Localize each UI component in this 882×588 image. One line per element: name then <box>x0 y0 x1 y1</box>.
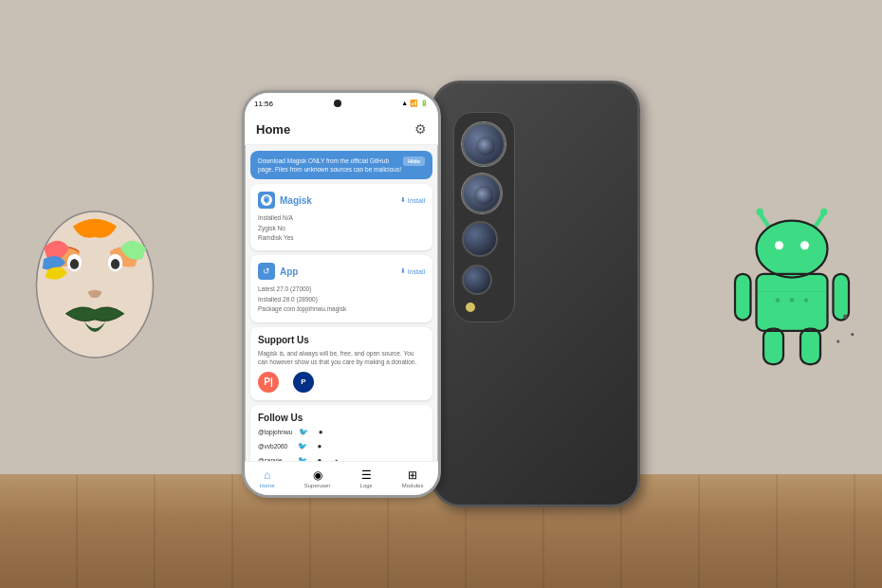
camera-lens-secondary <box>462 174 502 213</box>
home-nav-label: Home <box>260 483 275 488</box>
camera-lens-quaternary <box>462 265 492 295</box>
zygisk-value: No <box>278 225 285 231</box>
flash-indicator <box>466 303 475 312</box>
scene: 11:56 ▲ 📶 🔋 Home ⚙ Download Magisk ONLY … <box>0 0 882 588</box>
status-bar: 11:56 ▲ 📶 🔋 <box>245 93 438 114</box>
app-latest-label: Latest <box>258 285 275 292</box>
app-card-title: App <box>280 266 298 277</box>
camera-module <box>453 112 515 322</box>
app-card-info: Latest 27.0 (27000) Installed 28.0 (2890… <box>258 285 425 314</box>
paypal-icon[interactable]: P <box>293 372 314 393</box>
github-icon-topjohnwu[interactable]: ● <box>315 427 326 438</box>
warning-banner: Download Magisk ONLY from the official G… <box>250 151 432 179</box>
magisk-title-row: Magisk <box>258 192 312 209</box>
app-installed-label: Installed <box>258 296 281 303</box>
handle-vvb2060: @vvb2060 <box>258 443 291 450</box>
gear-icon[interactable]: ⚙ <box>414 121 427 137</box>
punch-hole-camera <box>334 100 341 107</box>
home-nav-icon: ⌂ <box>264 469 270 482</box>
app-title: Home <box>256 122 290 137</box>
github-icon-vvb2060[interactable]: ● <box>314 441 325 452</box>
svg-point-30 <box>851 333 854 336</box>
svg-rect-18 <box>800 329 820 365</box>
patreon-icon[interactable]: P| <box>258 372 279 393</box>
hide-button[interactable]: Hide <box>403 156 425 166</box>
svg-point-31 <box>836 340 839 343</box>
app-install-button[interactable]: ⬇ Install <box>400 267 425 275</box>
ramdisk-label: Ramdisk <box>258 234 282 241</box>
svg-point-21 <box>790 298 795 303</box>
nav-superuser[interactable]: ◉ Superuser <box>304 469 331 488</box>
logs-nav-icon: ☰ <box>361 469 372 482</box>
svg-point-2 <box>70 259 79 269</box>
app-install-label: Install <box>408 268 425 275</box>
app-card-header: ↺ App ⬇ Install <box>258 263 425 280</box>
superuser-nav-label: Superuser <box>304 483 331 488</box>
zygisk-label: Zygisk <box>258 225 276 231</box>
status-indicators: ▲ 📶 🔋 <box>401 100 429 107</box>
support-text: Magisk is, and always will be, free, and… <box>258 349 425 366</box>
nav-home[interactable]: ⌂ Home <box>260 469 275 488</box>
app-card-icon: ↺ <box>258 263 275 280</box>
app-install-icon: ⬇ <box>400 267 406 275</box>
svg-point-20 <box>776 298 781 303</box>
svg-point-22 <box>804 298 809 303</box>
svg-point-10 <box>820 209 828 216</box>
support-title: Support Us <box>258 335 425 345</box>
nav-modules[interactable]: ⊞ Modules <box>402 469 424 488</box>
banner-text: Download Magisk ONLY from the official G… <box>258 156 403 174</box>
time-display: 11:56 <box>254 100 273 108</box>
magisk-card-icon <box>258 192 275 209</box>
nav-logs[interactable]: ☰ Logs <box>360 469 373 488</box>
svg-point-6 <box>265 198 268 202</box>
follow-row-vvb2060: @vvb2060 🐦 ● <box>258 441 425 452</box>
app-header: Home ⚙ <box>245 114 438 145</box>
follow-section: Follow Us @topjohnwu 🐦 ● @vvb2060 🐦 ● @c… <box>250 405 432 461</box>
phone-back <box>432 81 640 507</box>
app-package-value: com.topjohnwu.magisk <box>284 305 346 312</box>
android-robot-logo <box>721 190 863 379</box>
magisk-card-info: Installed N/A Zygisk No Ramdisk Yes <box>258 213 425 243</box>
svg-rect-17 <box>763 329 783 365</box>
support-icons: P| P <box>258 372 425 393</box>
modules-nav-label: Modules <box>402 483 424 488</box>
install-icon: ⬇ <box>400 196 406 204</box>
magisk-card-header: Magisk ⬇ Install <box>258 192 425 209</box>
phone-container: 11:56 ▲ 📶 🔋 Home ⚙ Download Magisk ONLY … <box>242 81 640 507</box>
follow-row-topjohnwu: @topjohnwu 🐦 ● <box>258 427 425 438</box>
app-package-label: Package <box>258 305 282 312</box>
magisk-logo <box>19 190 171 379</box>
svg-point-4 <box>111 259 119 269</box>
svg-rect-16 <box>834 274 850 321</box>
app-title-row: ↺ App <box>258 263 298 280</box>
install-label: Install <box>408 197 425 204</box>
app-card: ↺ App ⬇ Install Latest 27.0 (27000) Inst… <box>250 255 432 322</box>
logs-nav-label: Logs <box>360 483 373 488</box>
bottom-navigation: ⌂ Home ◉ Superuser ☰ Logs ⊞ Modules <box>245 461 438 495</box>
superuser-nav-icon: ◉ <box>313 469 322 482</box>
twitter-icon-topjohnwu[interactable]: 🐦 <box>298 427 309 438</box>
app-installed-value: 28.0 (28900) <box>283 296 318 303</box>
svg-point-13 <box>800 241 809 249</box>
camera-lens-main <box>462 122 505 166</box>
magisk-card-title: Magisk <box>280 195 312 206</box>
svg-point-29 <box>843 315 848 320</box>
svg-point-8 <box>757 209 764 216</box>
support-section: Support Us Magisk is, and always will be… <box>250 327 432 400</box>
phone-front: 11:56 ▲ 📶 🔋 Home ⚙ Download Magisk ONLY … <box>242 90 441 498</box>
ramdisk-value: Yes <box>284 234 294 241</box>
app-latest-value: 27.0 (27000) <box>277 285 312 292</box>
handle-topjohnwu: @topjohnwu <box>258 429 292 435</box>
svg-point-12 <box>775 241 783 249</box>
magisk-card: Magisk ⬇ Install Installed N/A Zygisk No… <box>250 184 432 250</box>
magisk-install-button[interactable]: ⬇ Install <box>400 196 425 204</box>
installed-value: N/A <box>283 214 293 221</box>
app-body: Download Magisk ONLY from the official G… <box>245 145 438 461</box>
follow-title: Follow Us <box>258 413 425 423</box>
svg-rect-15 <box>735 274 751 321</box>
installed-label: Installed <box>258 214 281 221</box>
modules-nav-icon: ⊞ <box>408 469 417 482</box>
twitter-icon-vvb2060[interactable]: 🐦 <box>297 441 308 452</box>
camera-lens-tertiary <box>462 221 498 257</box>
